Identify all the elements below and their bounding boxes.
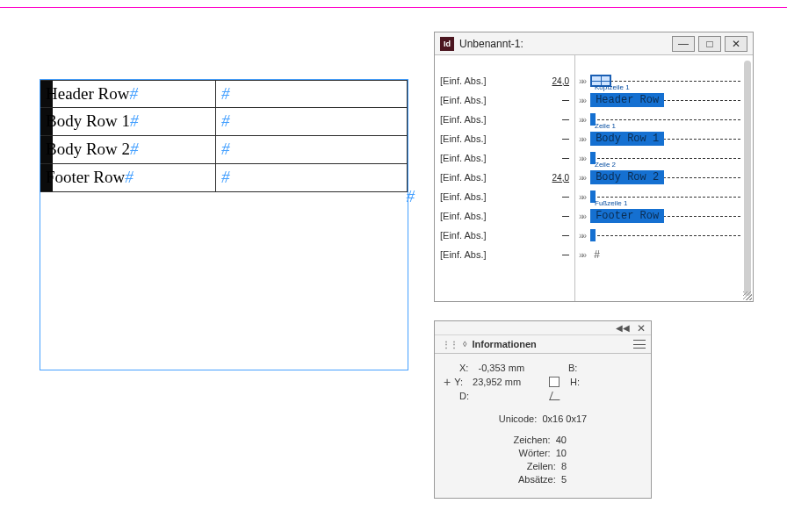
chevron-icon: »» xyxy=(579,192,585,202)
panel-header-bar[interactable]: ◀◀ ✕ xyxy=(435,321,651,335)
cell-text[interactable]: Body Row 2# xyxy=(46,140,139,158)
hidden-char: # xyxy=(221,140,230,158)
row-divider xyxy=(593,158,740,159)
expand-icon[interactable]: ◊ xyxy=(463,340,466,349)
maximize-button[interactable]: □ xyxy=(698,36,721,52)
chevron-icon: »» xyxy=(579,115,585,125)
dash-icon xyxy=(562,139,569,140)
para-style-name: [Einf. Abs.] xyxy=(440,211,487,221)
hidden-char: # xyxy=(130,140,139,158)
table-row[interactable]: Body Row 1# # xyxy=(40,108,408,136)
cell-text[interactable]: Footer Row# xyxy=(46,168,134,186)
words-value: 10 xyxy=(556,448,567,458)
table-row[interactable]: Body Row 2# # xyxy=(40,136,408,164)
paras-value: 5 xyxy=(561,474,567,485)
chevron-icon: »» xyxy=(579,250,585,260)
b-label: B: xyxy=(568,363,577,373)
table-row[interactable]: Header Row# # xyxy=(40,80,408,108)
story-text-column[interactable]: »» »»Kopfzeile 1Header Row »» »»Zeile 1B… xyxy=(575,55,753,301)
empty-cell-marker[interactable] xyxy=(590,229,596,241)
hidden-char: # xyxy=(130,84,139,103)
dash-icon xyxy=(562,235,569,236)
dash-icon xyxy=(562,216,569,217)
close-button[interactable]: ✕ xyxy=(725,36,747,52)
y-value: 23,952 mm xyxy=(473,377,521,387)
minimize-button[interactable]: — xyxy=(672,36,695,52)
resize-grip[interactable] xyxy=(743,291,752,300)
row-label: Kopfzeile 1 xyxy=(595,83,630,91)
dash-icon xyxy=(562,119,569,120)
guide-line xyxy=(0,7,787,8)
row-divider xyxy=(593,235,740,236)
table-cell[interactable]: Body Row 1# xyxy=(40,108,216,135)
hidden-char: # xyxy=(221,111,230,130)
chevron-icon: »» xyxy=(579,154,585,163)
h-label: H: xyxy=(570,377,580,387)
x-value: -0,353 mm xyxy=(478,363,524,373)
cell-text[interactable]: Header Row# xyxy=(46,84,138,103)
collapse-icon[interactable]: ◀◀ xyxy=(616,323,630,333)
table-cell[interactable]: # xyxy=(216,108,408,135)
unicode-value: 0x16 0x17 xyxy=(542,413,587,424)
chars-label: Zeichen: xyxy=(513,435,550,445)
para-style-name: [Einf. Abs.] xyxy=(440,249,487,260)
para-style-name: [Einf. Abs.] xyxy=(440,114,487,125)
table-cell[interactable]: Header Row# xyxy=(40,81,216,107)
depth-measure: 24,0 xyxy=(552,173,569,183)
story-editor-window[interactable]: Id Unbenannt-1: — □ ✕ [Einf. Abs.]24,0 [… xyxy=(434,32,754,302)
para-style-name: [Einf. Abs.] xyxy=(440,133,487,144)
panel-menu-icon[interactable] xyxy=(633,340,646,349)
row-label: Zeile 2 xyxy=(595,161,616,169)
y-label: Y: xyxy=(454,377,463,387)
chevron-icon: »» xyxy=(579,231,585,241)
d-label: D: xyxy=(459,391,469,401)
hidden-char: # xyxy=(221,84,230,103)
document-table[interactable]: Header Row# # Body Row 1# # Body Row 2# … xyxy=(40,80,408,192)
cell-text[interactable]: Body Row 1# xyxy=(46,111,139,130)
chevron-icon: »» xyxy=(579,96,585,105)
angle-icon xyxy=(549,392,563,400)
dash-icon xyxy=(562,197,569,198)
panel-body: X: -0,353 mm +Y: 23,952 mm D: B: H: Unic… xyxy=(435,354,651,498)
chevron-icon: »» xyxy=(579,212,585,221)
table-cell[interactable]: # xyxy=(216,164,408,191)
table-cell[interactable]: Footer Row# xyxy=(40,164,216,191)
para-style-name: [Einf. Abs.] xyxy=(440,191,487,202)
window-titlebar[interactable]: Id Unbenannt-1: — □ ✕ xyxy=(435,32,753,55)
hidden-char: # xyxy=(221,168,230,186)
story-end-marker: # xyxy=(407,187,415,206)
crosshair-icon: + xyxy=(444,375,451,389)
unicode-label: Unicode: xyxy=(499,413,537,424)
x-label: X: xyxy=(459,363,468,373)
words-label: Wörter: xyxy=(519,448,551,458)
dash-icon xyxy=(562,158,569,159)
story-text[interactable]: Body Row 1 xyxy=(590,132,664,146)
scrollbar[interactable] xyxy=(744,61,751,296)
chevron-icon: »» xyxy=(579,134,585,144)
table-cell[interactable]: # xyxy=(216,81,408,107)
para-style-name: [Einf. Abs.] xyxy=(440,230,487,241)
info-panel[interactable]: ◀◀ ✕ ⋮⋮ ◊ Informationen X: -0,353 mm +Y:… xyxy=(434,320,652,499)
app-icon: Id xyxy=(440,37,454,51)
table-cell[interactable]: # xyxy=(216,136,408,163)
dash-icon xyxy=(562,255,569,255)
row-divider xyxy=(593,197,740,198)
close-icon[interactable]: ✕ xyxy=(637,322,646,334)
chars-value: 40 xyxy=(556,435,567,445)
table-row[interactable]: Footer Row# # xyxy=(40,164,408,192)
hidden-char: # xyxy=(125,168,134,186)
panel-tab[interactable]: ⋮⋮ ◊ Informationen xyxy=(435,335,651,354)
story-text[interactable]: Body Row 2 xyxy=(590,170,664,184)
story-text[interactable]: Header Row xyxy=(590,93,664,107)
hidden-char: # xyxy=(130,111,139,130)
table-cell[interactable]: Body Row 2# xyxy=(40,136,216,163)
lines-value: 8 xyxy=(561,461,567,471)
row-divider xyxy=(593,81,740,82)
para-style-name: [Einf. Abs.] xyxy=(440,153,487,163)
text-frame[interactable]: Header Row# # Body Row 1# # Body Row 2# … xyxy=(40,79,408,370)
chevron-icon: »» xyxy=(579,173,585,183)
para-style-name: [Einf. Abs.] xyxy=(440,95,487,105)
story-text[interactable]: Footer Row xyxy=(590,209,664,223)
grip-icon[interactable]: ⋮⋮ xyxy=(442,340,458,349)
chevron-icon: »» xyxy=(579,76,585,86)
